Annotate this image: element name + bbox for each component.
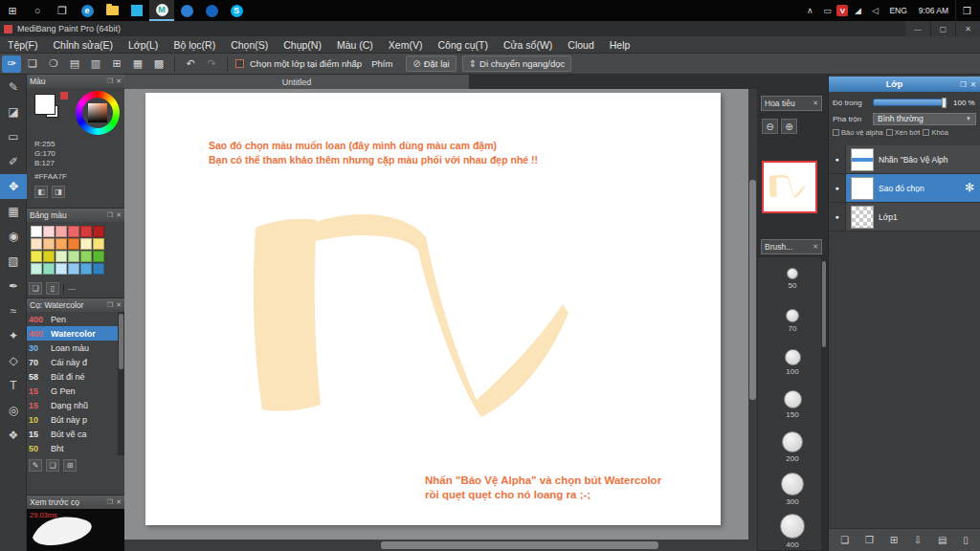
brush-size-item[interactable]: 200 bbox=[758, 426, 827, 468]
document-tab[interactable]: Untitled bbox=[124, 75, 469, 89]
palette-swatch[interactable] bbox=[43, 251, 55, 262]
start-button[interactable]: ⊞ bbox=[0, 0, 25, 21]
search-icon[interactable]: ○ bbox=[25, 0, 50, 21]
palette-swatch[interactable] bbox=[56, 238, 67, 250]
brush-item[interactable]: 10Bút này p bbox=[27, 412, 118, 427]
brush-list-scrollbar[interactable] bbox=[118, 312, 124, 455]
fill-tool[interactable]: ◉ bbox=[0, 224, 27, 249]
palette-swatch[interactable] bbox=[80, 226, 92, 237]
brush-item[interactable]: 400Pen bbox=[27, 312, 118, 326]
palette-swatch[interactable] bbox=[31, 238, 42, 250]
palette-swatch[interactable] bbox=[43, 226, 55, 237]
menu-select[interactable]: Chọn(S) bbox=[223, 36, 276, 54]
lock-checkbox[interactable]: Khóa bbox=[923, 128, 948, 137]
palette-swatch[interactable] bbox=[43, 238, 55, 250]
magic-wand-tool[interactable]: ✦ bbox=[0, 323, 27, 348]
brush-item[interactable]: 400Watercolor bbox=[27, 326, 118, 341]
palette-swatch[interactable] bbox=[43, 263, 55, 275]
app-icon-blue1[interactable] bbox=[174, 0, 199, 21]
close-icon[interactable]: ✕ bbox=[116, 77, 122, 85]
select-layer-checkbox[interactable] bbox=[235, 59, 244, 68]
add-layer-icon[interactable]: ❏ bbox=[840, 535, 849, 545]
grid-settings-icon[interactable]: ⊞ bbox=[107, 55, 126, 73]
menu-file[interactable]: Tệp(F) bbox=[0, 36, 46, 54]
layer-visibility-toggle[interactable]: ● bbox=[829, 174, 846, 202]
palette-swatch[interactable] bbox=[80, 238, 92, 250]
reset-button[interactable]: ⊘ Đặt lại bbox=[406, 55, 456, 72]
close-icon[interactable]: ✕ bbox=[970, 80, 976, 89]
foreground-color-chip[interactable] bbox=[34, 94, 56, 115]
redo-button[interactable]: ↷ bbox=[202, 55, 221, 73]
brush-tool[interactable]: ✐ bbox=[0, 149, 27, 174]
lasso-tool[interactable]: ≈ bbox=[0, 298, 27, 323]
close-icon[interactable]: ✕ bbox=[813, 99, 818, 107]
menu-snap[interactable]: Chụp(N) bbox=[276, 36, 329, 54]
text-tool[interactable]: T bbox=[0, 373, 27, 398]
shape-tool[interactable]: ◇ bbox=[0, 348, 27, 373]
undo-button[interactable]: ↶ bbox=[181, 55, 200, 73]
scrollbar-thumb[interactable] bbox=[381, 541, 658, 549]
save-icon[interactable]: ▤ bbox=[65, 55, 84, 73]
brush-size-panel-header[interactable]: Brush... ✕ bbox=[761, 239, 822, 254]
menu-cloud[interactable]: Cloud bbox=[560, 36, 601, 54]
palette-swatch[interactable] bbox=[68, 226, 79, 237]
menu-color[interactable]: Màu (C) bbox=[329, 36, 381, 54]
close-icon[interactable]: ✕ bbox=[813, 243, 818, 251]
minimize-button[interactable]: — bbox=[905, 21, 930, 36]
canvas-horizontal-scrollbar[interactable] bbox=[124, 540, 748, 551]
menu-help[interactable]: Help bbox=[602, 36, 638, 54]
layer-visibility-toggle[interactable]: ● bbox=[829, 145, 846, 173]
layer-folder-icon[interactable]: ▤ bbox=[938, 535, 947, 545]
color-mode-b-icon[interactable]: ◨ bbox=[52, 186, 65, 198]
popout-icon[interactable]: ❐ bbox=[107, 301, 113, 309]
color-mode-a-icon[interactable]: ◧ bbox=[34, 186, 48, 198]
layer-settings-icon[interactable]: ✻ bbox=[965, 181, 974, 194]
snap-settings-icon[interactable]: ▩ bbox=[149, 55, 168, 73]
palette-swatch[interactable] bbox=[80, 263, 92, 275]
palette-swatch[interactable] bbox=[93, 263, 104, 275]
canvas-page[interactable]: Sao đó chọn màu muốn loan (đây mình dùng… bbox=[145, 93, 721, 525]
network-icon[interactable]: ◢ bbox=[850, 6, 865, 15]
brush-size-item[interactable]: 400 bbox=[758, 510, 827, 551]
palette-swatch[interactable] bbox=[31, 251, 42, 262]
edge-icon[interactable]: e bbox=[75, 0, 100, 21]
color-wheel-sv-square[interactable] bbox=[88, 103, 107, 122]
close-icon[interactable]: ✕ bbox=[116, 498, 122, 506]
clipping-checkbox[interactable]: Xén bớt bbox=[886, 128, 921, 137]
add-palette-color-icon[interactable]: ❏ bbox=[29, 282, 42, 295]
brush-item[interactable]: 50Bht bbox=[27, 441, 118, 455]
layer-row-selected[interactable]: ● Sao đó chọn ✻ bbox=[829, 174, 980, 203]
move-horizontal-vertical-button[interactable]: ⇕ Di chuyển ngang/dọc bbox=[462, 55, 572, 72]
popout-icon[interactable]: ❐ bbox=[107, 498, 113, 506]
marquee-select-tool[interactable]: ▭ bbox=[0, 124, 27, 149]
edit-brush-icon[interactable]: ✎ bbox=[29, 459, 42, 472]
palette-swatch[interactable] bbox=[68, 251, 79, 262]
language-indicator[interactable]: ENG bbox=[884, 6, 911, 15]
brush-item[interactable]: 70Cái này đ bbox=[27, 355, 118, 369]
palette-swatch[interactable] bbox=[80, 251, 92, 262]
navigator-thumbnail[interactable] bbox=[762, 161, 817, 213]
navigator-panel-header[interactable]: Hoa tiêu ✕ bbox=[761, 96, 822, 111]
new-canvas-icon[interactable]: ❏ bbox=[23, 55, 42, 73]
move-tool[interactable]: ✥ bbox=[0, 174, 27, 199]
eyedropper-tool[interactable]: ◎ bbox=[0, 398, 27, 423]
antivirus-tray-icon[interactable]: V bbox=[836, 5, 848, 16]
layer-visibility-toggle[interactable]: ● bbox=[829, 203, 846, 231]
brush-size-item[interactable]: 100 bbox=[758, 342, 827, 384]
clock[interactable]: 9:06 AM bbox=[914, 6, 953, 15]
volume-icon[interactable]: ◁ bbox=[867, 6, 882, 15]
close-icon[interactable]: ✕ bbox=[116, 211, 122, 219]
brush-settings-icon[interactable]: ⊞ bbox=[63, 459, 77, 472]
protect-alpha-checkbox[interactable]: Bảo vệ alpha bbox=[833, 128, 883, 137]
material-icon[interactable]: ▦ bbox=[128, 55, 147, 73]
blend-mode-dropdown[interactable]: Bình thường ▼ bbox=[873, 113, 976, 125]
brush-size-item[interactable]: 150 bbox=[758, 384, 827, 426]
hand-tool[interactable]: ❖ bbox=[0, 423, 27, 448]
scrollbar-thumb[interactable] bbox=[749, 180, 756, 400]
palette-swatch[interactable] bbox=[93, 226, 104, 237]
move-layer-down-icon[interactable]: ⇩ bbox=[914, 535, 922, 545]
palette-swatch[interactable] bbox=[93, 238, 104, 250]
skype-icon[interactable]: S bbox=[224, 0, 249, 21]
menu-tools[interactable]: Công cụ(T) bbox=[430, 36, 496, 54]
menu-view[interactable]: Xem(V) bbox=[381, 36, 431, 54]
